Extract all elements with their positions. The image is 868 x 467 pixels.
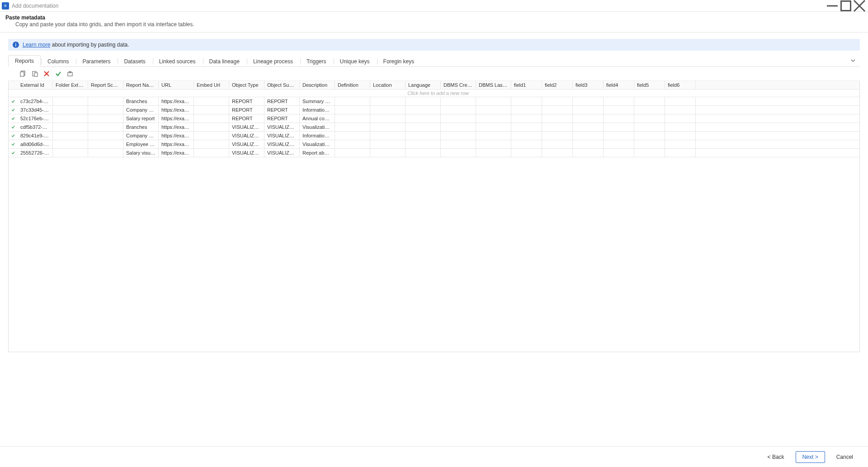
col-object-subtype[interactable]: Object Subtype: [264, 81, 300, 89]
learn-more-link[interactable]: Learn more: [23, 42, 50, 48]
cell-field4[interactable]: [604, 114, 634, 123]
cell-definition[interactable]: [335, 114, 370, 123]
cell-report-name[interactable]: Branches: [123, 123, 159, 131]
cell-field3[interactable]: [573, 97, 604, 105]
table-row[interactable]: a8d06d6d-c021-... Employee report https:…: [9, 140, 860, 149]
col-location[interactable]: Location: [370, 81, 406, 89]
cell-embed-url[interactable]: [194, 97, 229, 105]
cell-report-schema[interactable]: [88, 140, 123, 148]
cell-field2[interactable]: [542, 106, 573, 114]
cell-object-type[interactable]: REPORT: [229, 106, 264, 114]
cell-dbms-created[interactable]: [441, 106, 476, 114]
cell-external-id[interactable]: 25552726-826f-...: [18, 149, 53, 157]
cell-description[interactable]: Information abo...: [300, 106, 335, 114]
col-field4[interactable]: field4: [604, 81, 634, 89]
tab-foreign-keys[interactable]: Foregin keys: [377, 56, 421, 67]
cell-dbms-created[interactable]: [441, 149, 476, 157]
cell-definition[interactable]: [335, 149, 370, 157]
cell-external-id[interactable]: 829c41e9-ce2c-...: [18, 132, 53, 140]
cell-definition[interactable]: [335, 97, 370, 105]
cell-field2[interactable]: [542, 140, 573, 148]
cell-folder-external-id[interactable]: [53, 132, 88, 140]
cell-dbms-created[interactable]: [441, 140, 476, 148]
cell-field1[interactable]: [511, 132, 542, 140]
col-definition[interactable]: Definition: [335, 81, 370, 89]
cell-description[interactable]: Report about em...: [300, 149, 335, 157]
tab-reports[interactable]: Reports: [8, 55, 41, 67]
cell-field6[interactable]: [665, 106, 696, 114]
cell-url[interactable]: https://example...: [159, 97, 194, 105]
table-row[interactable]: 25552726-826f-... Salary visualization h…: [9, 149, 860, 157]
tab-datasets[interactable]: Datasets: [117, 56, 152, 67]
cell-embed-url[interactable]: [194, 140, 229, 148]
cell-language[interactable]: [406, 97, 441, 105]
cell-location[interactable]: [370, 132, 406, 140]
cell-object-subtype[interactable]: VISUALIZATION: [264, 149, 300, 157]
cell-description[interactable]: Visualization of t...: [300, 123, 335, 131]
cell-dbms-modified[interactable]: [476, 149, 511, 157]
cell-dbms-modified[interactable]: [476, 132, 511, 140]
cell-field2[interactable]: [542, 114, 573, 123]
cell-field2[interactable]: [542, 123, 573, 131]
table-row[interactable]: 52c176eb-d093-... Salary report https://…: [9, 114, 860, 123]
cell-dbms-modified[interactable]: [476, 123, 511, 131]
col-report-name[interactable]: Report Name: [123, 81, 159, 89]
cell-field1[interactable]: [511, 114, 542, 123]
cell-description[interactable]: Visualization of t...: [300, 140, 335, 148]
col-external-id[interactable]: External Id: [18, 81, 53, 89]
cell-url[interactable]: https://example...: [159, 123, 194, 131]
cell-field1[interactable]: [511, 140, 542, 148]
col-folder-external-id[interactable]: Folder External Id: [53, 81, 88, 89]
cell-field1[interactable]: [511, 149, 542, 157]
cell-language[interactable]: [406, 132, 441, 140]
cell-field5[interactable]: [634, 97, 665, 105]
paste-button[interactable]: [31, 70, 39, 78]
cell-folder-external-id[interactable]: [53, 114, 88, 123]
maximize-button[interactable]: [839, 0, 853, 12]
cell-report-name[interactable]: Employee report: [123, 140, 159, 148]
col-language[interactable]: Language: [406, 81, 441, 89]
cell-external-id[interactable]: 52c176eb-d093-...: [18, 114, 53, 123]
export-button[interactable]: [66, 70, 74, 78]
cell-dbms-created[interactable]: [441, 114, 476, 123]
cell-object-subtype[interactable]: VISUALIZATION: [264, 123, 300, 131]
cell-location[interactable]: [370, 149, 406, 157]
cell-url[interactable]: https://example...: [159, 140, 194, 148]
cell-field3[interactable]: [573, 123, 604, 131]
table-row[interactable]: cdf5b372-d7cd-4... Branches https://exam…: [9, 123, 860, 132]
tab-columns[interactable]: Columns: [41, 56, 75, 67]
cell-field2[interactable]: [542, 97, 573, 105]
cell-report-schema[interactable]: [88, 97, 123, 105]
cell-dbms-created[interactable]: [441, 132, 476, 140]
delete-button[interactable]: [42, 70, 51, 78]
cell-field2[interactable]: [542, 149, 573, 157]
cell-field1[interactable]: [511, 123, 542, 131]
grid[interactable]: External Id Folder External Id Report Sc…: [8, 81, 860, 352]
cell-field4[interactable]: [604, 97, 634, 105]
cell-folder-external-id[interactable]: [53, 97, 88, 105]
cell-field3[interactable]: [573, 114, 604, 123]
cell-language[interactable]: [406, 123, 441, 131]
cell-folder-external-id[interactable]: [53, 106, 88, 114]
cell-report-schema[interactable]: [88, 106, 123, 114]
col-description[interactable]: Description: [300, 81, 335, 89]
cell-field5[interactable]: [634, 149, 665, 157]
cell-object-type[interactable]: VISUALIZATION: [229, 123, 264, 131]
cell-field3[interactable]: [573, 132, 604, 140]
cell-location[interactable]: [370, 106, 406, 114]
cell-definition[interactable]: [335, 140, 370, 148]
col-dbms-modified[interactable]: DBMS Last Modif...: [476, 81, 511, 89]
cell-folder-external-id[interactable]: [53, 123, 88, 131]
cell-url[interactable]: https://example...: [159, 149, 194, 157]
tab-lineage-process[interactable]: Lineage process: [246, 56, 300, 67]
cell-field2[interactable]: [542, 132, 573, 140]
tab-linked-sources[interactable]: Linked sources: [152, 56, 203, 67]
cell-report-name[interactable]: Company status...: [123, 106, 159, 114]
cell-location[interactable]: [370, 97, 406, 105]
col-field2[interactable]: field2: [542, 81, 573, 89]
col-embed-url[interactable]: Embed Url: [194, 81, 229, 89]
col-field6[interactable]: field6: [665, 81, 696, 89]
cell-description[interactable]: Annual company...: [300, 114, 335, 123]
cell-object-subtype[interactable]: REPORT: [264, 97, 300, 105]
cell-field5[interactable]: [634, 140, 665, 148]
